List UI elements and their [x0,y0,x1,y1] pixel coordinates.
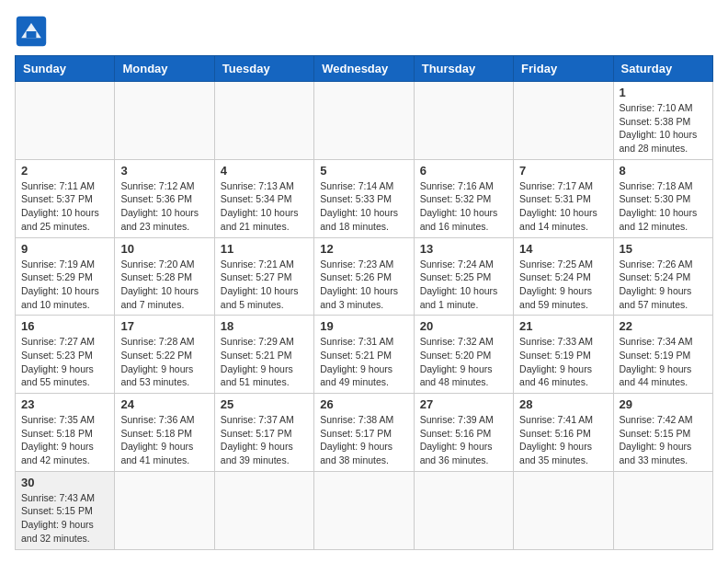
calendar-week-1: 1Sunrise: 7:10 AM Sunset: 5:38 PM Daylig… [16,82,713,160]
day-number: 6 [420,164,507,178]
day-info: Sunrise: 7:38 AM Sunset: 5:17 PM Dayligh… [320,413,407,467]
day-number: 14 [519,242,607,256]
calendar-cell: 2Sunrise: 7:11 AM Sunset: 5:37 PM Daylig… [16,159,115,237]
day-number: 25 [221,397,308,411]
calendar-cell: 13Sunrise: 7:24 AM Sunset: 5:25 PM Dayli… [414,237,513,316]
calendar-week-4: 16Sunrise: 7:27 AM Sunset: 5:23 PM Dayli… [16,316,713,394]
day-info: Sunrise: 7:28 AM Sunset: 5:22 PM Dayligh… [120,335,208,389]
day-header-thursday: Thursday [414,56,513,82]
calendar-cell [514,82,613,160]
day-info: Sunrise: 7:27 AM Sunset: 5:23 PM Dayligh… [21,335,108,389]
day-info: Sunrise: 7:13 AM Sunset: 5:34 PM Dayligh… [221,179,308,234]
day-header-sunday: Sunday [16,56,115,82]
day-info: Sunrise: 7:31 AM Sunset: 5:21 PM Dayligh… [320,335,407,389]
header [15,15,713,48]
calendar-table: SundayMondayTuesdayWednesdayThursdayFrid… [15,55,713,550]
day-info: Sunrise: 7:43 AM Sunset: 5:15 PM Dayligh… [21,491,108,546]
day-info: Sunrise: 7:19 AM Sunset: 5:29 PM Dayligh… [21,258,108,312]
day-number: 12 [320,242,407,256]
day-info: Sunrise: 7:25 AM Sunset: 5:24 PM Dayligh… [519,258,607,312]
calendar-cell [314,82,414,160]
day-info: Sunrise: 7:41 AM Sunset: 5:16 PM Dayligh… [519,413,607,467]
calendar-cell [115,82,214,160]
calendar-cell: 23Sunrise: 7:35 AM Sunset: 5:18 PM Dayli… [16,394,115,472]
day-number: 21 [519,319,607,333]
calendar-cell: 3Sunrise: 7:12 AM Sunset: 5:36 PM Daylig… [115,159,214,237]
day-info: Sunrise: 7:29 AM Sunset: 5:21 PM Dayligh… [221,335,308,389]
day-number: 15 [620,242,707,256]
calendar-cell [613,471,712,549]
calendar-cell: 10Sunrise: 7:20 AM Sunset: 5:28 PM Dayli… [115,237,214,316]
day-info: Sunrise: 7:16 AM Sunset: 5:32 PM Dayligh… [420,179,507,234]
calendar-cell: 19Sunrise: 7:31 AM Sunset: 5:21 PM Dayli… [314,316,414,394]
day-number: 3 [120,164,208,178]
day-number: 10 [120,242,208,256]
day-info: Sunrise: 7:14 AM Sunset: 5:33 PM Dayligh… [320,179,407,234]
calendar-cell [214,82,313,160]
day-info: Sunrise: 7:11 AM Sunset: 5:37 PM Dayligh… [21,179,108,234]
calendar-cell: 24Sunrise: 7:36 AM Sunset: 5:18 PM Dayli… [115,394,214,472]
day-info: Sunrise: 7:21 AM Sunset: 5:27 PM Dayligh… [221,258,308,312]
day-number: 27 [420,397,507,411]
day-info: Sunrise: 7:10 AM Sunset: 5:38 PM Dayligh… [620,101,707,155]
day-info: Sunrise: 7:24 AM Sunset: 5:25 PM Dayligh… [420,258,507,312]
calendar-cell: 27Sunrise: 7:39 AM Sunset: 5:16 PM Dayli… [414,394,513,472]
calendar-cell: 17Sunrise: 7:28 AM Sunset: 5:22 PM Dayli… [115,316,214,394]
day-number: 5 [320,164,407,178]
calendar-cell: 18Sunrise: 7:29 AM Sunset: 5:21 PM Dayli… [214,316,313,394]
calendar-cell [115,471,214,549]
day-info: Sunrise: 7:34 AM Sunset: 5:19 PM Dayligh… [620,335,707,389]
day-number: 29 [620,397,707,411]
day-info: Sunrise: 7:36 AM Sunset: 5:18 PM Dayligh… [120,413,208,467]
calendar-cell: 15Sunrise: 7:26 AM Sunset: 5:24 PM Dayli… [613,237,712,316]
day-number: 22 [620,319,707,333]
day-number: 2 [21,164,108,178]
day-number: 23 [21,397,108,411]
day-info: Sunrise: 7:35 AM Sunset: 5:18 PM Dayligh… [21,413,108,467]
day-number: 19 [320,319,407,333]
day-number: 30 [21,476,108,489]
day-number: 13 [420,242,507,256]
day-header-monday: Monday [115,56,214,82]
day-number: 28 [519,397,607,411]
calendar-cell [314,471,414,549]
calendar-cell [414,82,513,160]
day-number: 8 [620,164,707,178]
calendar-cell: 9Sunrise: 7:19 AM Sunset: 5:29 PM Daylig… [16,237,115,316]
day-info: Sunrise: 7:32 AM Sunset: 5:20 PM Dayligh… [420,335,507,389]
day-info: Sunrise: 7:12 AM Sunset: 5:36 PM Dayligh… [120,179,208,234]
calendar-cell: 26Sunrise: 7:38 AM Sunset: 5:17 PM Dayli… [314,394,414,472]
calendar-cell: 8Sunrise: 7:18 AM Sunset: 5:30 PM Daylig… [613,159,712,237]
day-info: Sunrise: 7:33 AM Sunset: 5:19 PM Dayligh… [519,335,607,389]
calendar-cell: 21Sunrise: 7:33 AM Sunset: 5:19 PM Dayli… [514,316,613,394]
calendar-cell: 20Sunrise: 7:32 AM Sunset: 5:20 PM Dayli… [414,316,513,394]
calendar-cell: 25Sunrise: 7:37 AM Sunset: 5:17 PM Dayli… [214,394,313,472]
day-number: 26 [320,397,407,411]
calendar-cell [16,82,115,160]
day-number: 1 [620,86,707,99]
day-info: Sunrise: 7:39 AM Sunset: 5:16 PM Dayligh… [420,413,507,467]
calendar-cell: 30Sunrise: 7:43 AM Sunset: 5:15 PM Dayli… [16,471,115,549]
day-number: 18 [221,319,308,333]
calendar-cell: 14Sunrise: 7:25 AM Sunset: 5:24 PM Dayli… [514,237,613,316]
svg-rect-2 [27,31,37,38]
calendar-cell: 6Sunrise: 7:16 AM Sunset: 5:32 PM Daylig… [414,159,513,237]
calendar-week-2: 2Sunrise: 7:11 AM Sunset: 5:37 PM Daylig… [16,159,713,237]
day-info: Sunrise: 7:23 AM Sunset: 5:26 PM Dayligh… [320,258,407,312]
calendar-cell: 12Sunrise: 7:23 AM Sunset: 5:26 PM Dayli… [314,237,414,316]
day-number: 9 [21,242,108,256]
day-header-saturday: Saturday [613,56,712,82]
day-number: 20 [420,319,507,333]
day-number: 24 [120,397,208,411]
day-info: Sunrise: 7:37 AM Sunset: 5:17 PM Dayligh… [221,413,308,467]
calendar-week-3: 9Sunrise: 7:19 AM Sunset: 5:29 PM Daylig… [16,237,713,316]
day-info: Sunrise: 7:26 AM Sunset: 5:24 PM Dayligh… [620,258,707,312]
day-number: 17 [120,319,208,333]
day-number: 16 [21,319,108,333]
day-header-wednesday: Wednesday [314,56,414,82]
day-number: 4 [221,164,308,178]
day-info: Sunrise: 7:18 AM Sunset: 5:30 PM Dayligh… [620,179,707,234]
calendar-cell: 7Sunrise: 7:17 AM Sunset: 5:31 PM Daylig… [514,159,613,237]
calendar-cell: 4Sunrise: 7:13 AM Sunset: 5:34 PM Daylig… [214,159,313,237]
calendar-cell: 28Sunrise: 7:41 AM Sunset: 5:16 PM Dayli… [514,394,613,472]
